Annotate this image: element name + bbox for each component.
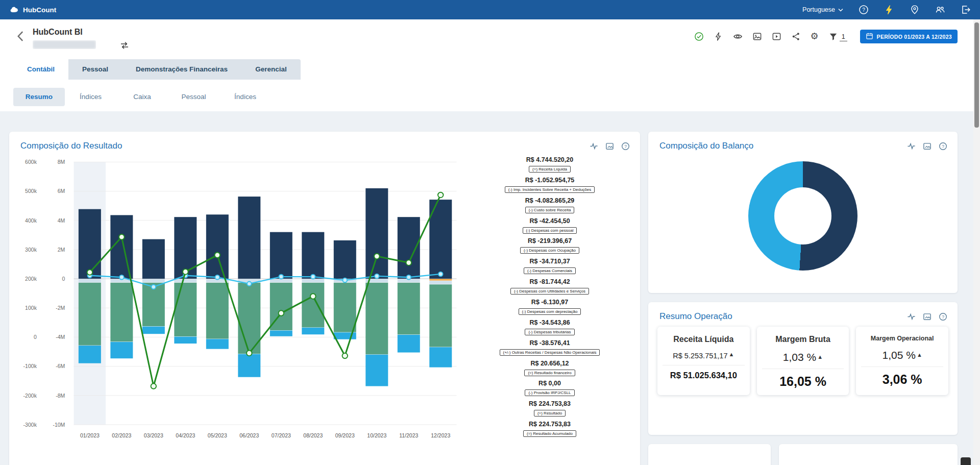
lightning-icon[interactable] bbox=[884, 5, 894, 15]
dashboard-content: Composição do Resultado ? 600k500k400k30… bbox=[0, 111, 980, 465]
waterfall-item: R$ -1.052.954,75(-) Imp. Incidentes Sobr… bbox=[469, 177, 631, 193]
svg-text:-6M: -6M bbox=[56, 363, 65, 369]
balanco-card-toolbar: ? bbox=[907, 142, 947, 151]
brand-name: HubCount bbox=[23, 6, 56, 14]
logout-icon[interactable] bbox=[961, 5, 971, 15]
subtab-indices-2[interactable]: Índices bbox=[219, 88, 271, 106]
svg-text:12/2023: 12/2023 bbox=[431, 432, 450, 438]
help-circle-icon[interactable]: ? bbox=[859, 5, 869, 15]
kpi-secondary-value: 16,05 % bbox=[762, 369, 844, 389]
kpi-row: Receita Líquida R$ 5.253.751,17▲ R$ 51.0… bbox=[648, 324, 958, 395]
right-column: Composição do Balanço ? bbox=[648, 132, 958, 465]
waterfall-item: R$ -34.710,37(-) Despesas Comerciais bbox=[469, 258, 631, 274]
filter-control[interactable]: 1 bbox=[828, 32, 847, 41]
insights-icon[interactable] bbox=[907, 142, 916, 151]
kpi-title: Receita Líquida bbox=[663, 335, 745, 344]
subtab-resumo[interactable]: Resumo bbox=[13, 88, 65, 106]
waterfall-list: R$ 4.744.520,20(=) Receita LíquidaR$ -1.… bbox=[462, 155, 634, 444]
trend-up-icon: ▲ bbox=[917, 352, 922, 358]
tab-pessoal[interactable]: Pessoal bbox=[68, 59, 122, 80]
waterfall-value: R$ -81.744,42 bbox=[469, 278, 631, 285]
calendar-icon bbox=[866, 32, 873, 41]
subtab-pessoal[interactable]: Pessoal bbox=[168, 88, 219, 106]
svg-text:200k: 200k bbox=[25, 276, 37, 282]
hubcount-logo[interactable]: HubCount bbox=[9, 5, 56, 15]
svg-text:02/2023: 02/2023 bbox=[112, 432, 131, 438]
waterfall-item: R$ 4.744.520,20(=) Receita Líquida bbox=[469, 156, 631, 173]
help-icon[interactable]: ? bbox=[939, 312, 947, 321]
waterfall-label: (=) Resultado bbox=[534, 410, 566, 417]
kpi-title: Margem Bruta bbox=[762, 335, 844, 344]
waterfall-item: R$ 224.753,83(=) Resultado Acumulado bbox=[469, 421, 631, 437]
waterfall-label: (=) Resultado financeiro bbox=[524, 370, 575, 376]
check-circle-icon[interactable] bbox=[694, 32, 704, 41]
resultado-card: Composição do Resultado ? 600k500k400k30… bbox=[9, 132, 640, 465]
eye-icon[interactable] bbox=[733, 32, 743, 41]
svg-text:?: ? bbox=[942, 143, 944, 149]
frame-icon[interactable] bbox=[923, 142, 932, 151]
waterfall-item: R$ 0,00(-) Provisão IRPJ/CSLL bbox=[469, 380, 631, 396]
waterfall-label: (-) Provisão IRPJ/CSLL bbox=[525, 389, 574, 396]
filter-count: 1 bbox=[840, 33, 847, 41]
resultado-card-title: Composição do Resultado bbox=[20, 141, 122, 151]
language-selector[interactable]: Portuguese bbox=[802, 6, 843, 13]
waterfall-value: R$ -6.130,97 bbox=[469, 299, 631, 306]
waterfall-value: R$ -219.396,67 bbox=[469, 237, 631, 244]
donut-hole bbox=[774, 187, 831, 244]
kpi-secondary-value: 3,06 % bbox=[861, 366, 943, 387]
waterfall-label: (-) Despesas tributárias bbox=[525, 329, 574, 335]
page-scrollbar[interactable] bbox=[973, 19, 980, 465]
tab-gerencial[interactable]: Gerencial bbox=[241, 59, 301, 80]
waterfall-label: (=) Resultado Acumulado bbox=[523, 430, 576, 437]
waterfall-value: R$ -4.082.865,29 bbox=[469, 197, 631, 204]
insights-icon[interactable] bbox=[590, 142, 598, 151]
waterfall-item: R$ -6.130,97(-) Despesas com depreciação bbox=[469, 299, 631, 315]
share-icon[interactable] bbox=[791, 32, 801, 41]
svg-text:-4M: -4M bbox=[56, 334, 65, 340]
help-icon[interactable]: ? bbox=[939, 142, 947, 151]
subtab-caixa[interactable]: Caixa bbox=[116, 88, 168, 106]
trend-up-icon: ▲ bbox=[729, 351, 734, 357]
image-icon[interactable] bbox=[752, 32, 762, 41]
waterfall-value: R$ -38.576,41 bbox=[469, 339, 631, 347]
kpi-receita-liquida: Receita Líquida R$ 5.253.751,17▲ R$ 51.0… bbox=[657, 327, 750, 395]
waterfall-label: (-) Custo sobre Receita bbox=[525, 207, 575, 213]
frame-icon[interactable] bbox=[923, 312, 932, 321]
gear-icon[interactable]: ⚙ bbox=[811, 32, 819, 41]
subtab-indices-1[interactable]: Índices bbox=[65, 88, 116, 106]
svg-text:08/2023: 08/2023 bbox=[303, 432, 323, 438]
page-header: HubCount BI ⚙ bbox=[0, 19, 980, 111]
swap-arrows-icon[interactable] bbox=[119, 41, 130, 52]
hubcount-logo-icon bbox=[9, 5, 19, 15]
tab-demonstracoes-financeiras[interactable]: Demonstrações Financeiras bbox=[122, 59, 241, 80]
waterfall-label: (-) Despesas com depreciação bbox=[519, 308, 581, 315]
topbar-actions: Portuguese ? bbox=[802, 5, 971, 15]
language-label: Portuguese bbox=[802, 6, 835, 13]
waterfall-label: (=) Receita Líquida bbox=[529, 166, 571, 173]
period-button[interactable]: PERÍODO 01/2023 A 12/2023 bbox=[860, 30, 958, 43]
svg-text:-200k: -200k bbox=[23, 393, 37, 399]
tab-contabil[interactable]: Contábil bbox=[13, 59, 68, 80]
users-icon[interactable] bbox=[935, 5, 945, 15]
bolt-icon[interactable] bbox=[714, 32, 723, 41]
next-card-row bbox=[648, 444, 958, 465]
insights-icon[interactable] bbox=[907, 312, 916, 321]
svg-text:?: ? bbox=[942, 314, 944, 319]
waterfall-value: R$ 224.753,83 bbox=[469, 400, 631, 407]
help-icon[interactable]: ? bbox=[621, 142, 630, 151]
scrollbar-thumb[interactable] bbox=[974, 22, 979, 128]
svg-text:04/2023: 04/2023 bbox=[176, 432, 195, 438]
waterfall-value: R$ 20.656,12 bbox=[469, 360, 631, 367]
back-button[interactable] bbox=[16, 31, 24, 44]
kpi-secondary-value: R$ 51.025.634,10 bbox=[663, 365, 745, 380]
video-icon[interactable] bbox=[772, 32, 781, 41]
svg-text:09/2023: 09/2023 bbox=[335, 432, 355, 438]
frame-icon[interactable] bbox=[605, 142, 614, 151]
svg-text:?: ? bbox=[862, 7, 865, 13]
svg-text:?: ? bbox=[624, 143, 627, 149]
bottom-right-widget[interactable] bbox=[961, 457, 971, 465]
svg-text:10/2023: 10/2023 bbox=[367, 432, 386, 438]
top-app-bar: HubCount Portuguese ? bbox=[0, 0, 980, 19]
kpi-title: Margem Operacional bbox=[861, 335, 943, 342]
location-pin-icon[interactable] bbox=[910, 5, 920, 15]
